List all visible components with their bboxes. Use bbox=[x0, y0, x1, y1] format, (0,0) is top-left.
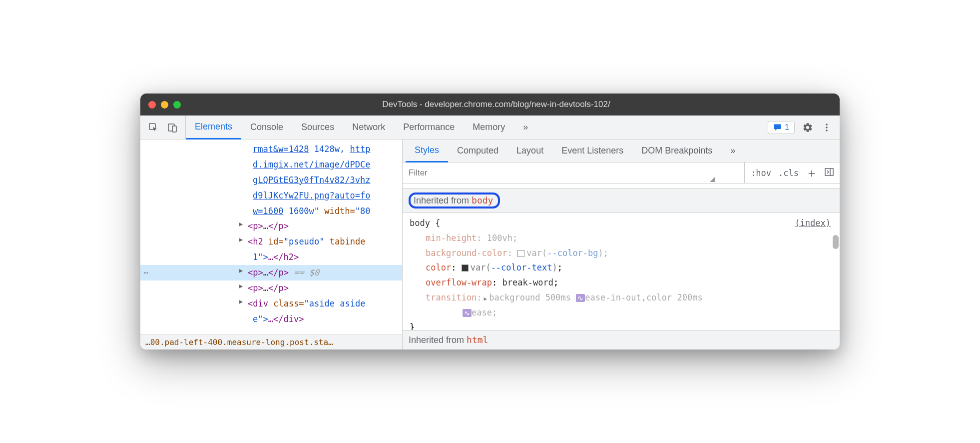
close-icon[interactable] bbox=[148, 101, 156, 108]
gutter-dots-icon[interactable]: ⋯ bbox=[143, 266, 149, 280]
expand-icon[interactable]: ▶ bbox=[239, 266, 243, 276]
issues-badge[interactable]: 1 bbox=[768, 121, 795, 134]
css-property[interactable]: transition:▶background 500ms ∿ease-in-ou… bbox=[403, 290, 840, 306]
styles-rules[interactable]: (index) body { min-height: 100vh; backgr… bbox=[403, 213, 840, 330]
styles-sub-tabs: Styles Computed Layout Event Listeners D… bbox=[403, 140, 840, 162]
tab-network[interactable]: Network bbox=[343, 116, 394, 139]
css-property[interactable]: background-color: var(--color-bg); bbox=[403, 246, 840, 261]
bezier-icon[interactable]: ∿ bbox=[576, 294, 585, 302]
dom-node-div[interactable]: ▶<div class="aside aside bbox=[140, 296, 402, 312]
scrollbar-thumb[interactable] bbox=[833, 235, 839, 249]
dom-node-h2[interactable]: 1">…</h2> bbox=[140, 250, 402, 265]
tab-sources[interactable]: Sources bbox=[292, 116, 343, 139]
computed-sidebar-toggle-icon[interactable] bbox=[825, 168, 834, 178]
panel-tabs: Elements Console Sources Network Perform… bbox=[186, 116, 761, 139]
device-toggle-icon[interactable] bbox=[166, 122, 178, 134]
color-swatch-icon[interactable] bbox=[517, 250, 524, 257]
expand-icon[interactable]: ▶ bbox=[239, 219, 243, 229]
new-rule-icon[interactable]: ＋ bbox=[806, 165, 818, 181]
hov-toggle[interactable]: :hov bbox=[751, 168, 771, 178]
dom-text[interactable]: d9lJKcYw2FU.png?auto=fo bbox=[140, 188, 402, 204]
resize-handle-icon[interactable] bbox=[710, 177, 715, 182]
message-icon bbox=[773, 123, 782, 132]
sub-tab-styles[interactable]: Styles bbox=[406, 140, 448, 162]
sub-tab-event-listeners[interactable]: Event Listeners bbox=[552, 140, 632, 162]
tab-performance[interactable]: Performance bbox=[394, 116, 464, 139]
tab-memory[interactable]: Memory bbox=[464, 116, 514, 139]
annotation-highlight: Inherited from body bbox=[409, 192, 500, 208]
more-tabs-icon[interactable]: » bbox=[514, 116, 537, 139]
filter-bar: :hov .cls ＋ bbox=[403, 162, 840, 184]
settings-icon[interactable] bbox=[802, 122, 814, 134]
dom-panel: rmat&w=1428 1428w, http d.imgix.net/imag… bbox=[140, 140, 403, 350]
svg-rect-2 bbox=[172, 126, 176, 132]
svg-rect-6 bbox=[825, 168, 833, 176]
tab-elements[interactable]: Elements bbox=[186, 116, 241, 140]
dom-node-p[interactable]: ▶<p>…</p> bbox=[140, 280, 402, 296]
css-property[interactable]: min-height: 100vh; bbox=[403, 231, 840, 246]
main-toolbar: Elements Console Sources Network Perform… bbox=[140, 116, 840, 140]
expand-icon[interactable]: ▶ bbox=[239, 281, 243, 291]
inspect-icon[interactable] bbox=[147, 122, 159, 134]
css-property[interactable]: color: var(--color-text); bbox=[403, 260, 840, 276]
dom-node-h2[interactable]: ▶<h2 id="pseudo" tabinde bbox=[140, 234, 402, 250]
inherited-separator[interactable]: Inherited from html bbox=[403, 330, 840, 350]
dom-node-selected[interactable]: ⋯▶<p>…</p> == $0 bbox=[140, 265, 402, 280]
titlebar: DevTools - developer.chrome.com/blog/new… bbox=[140, 94, 840, 116]
window-title: DevTools - developer.chrome.com/blog/new… bbox=[161, 100, 832, 110]
expand-icon[interactable]: ▶ bbox=[484, 296, 488, 302]
rule-selector[interactable]: body { bbox=[410, 218, 440, 228]
more-sub-tabs-icon[interactable]: » bbox=[721, 140, 744, 162]
svg-point-5 bbox=[826, 130, 828, 132]
inherited-separator[interactable]: Inherited from body bbox=[403, 188, 840, 213]
expand-icon[interactable]: ▶ bbox=[239, 296, 243, 306]
svg-point-4 bbox=[826, 126, 828, 128]
dom-text[interactable]: d.imgix.net/image/dPDCe bbox=[140, 157, 402, 172]
tab-console[interactable]: Console bbox=[241, 116, 292, 139]
dom-text[interactable]: gLQPGtEG3y0fTn4v82/3vhz bbox=[140, 172, 402, 188]
cls-toggle[interactable]: .cls bbox=[778, 168, 799, 178]
filter-input[interactable] bbox=[403, 162, 745, 183]
color-swatch-icon[interactable] bbox=[462, 264, 469, 272]
rule-source-link[interactable]: (index) bbox=[795, 216, 831, 231]
sub-tab-layout[interactable]: Layout bbox=[507, 140, 552, 162]
css-property[interactable]: overflow-wrap: break-word; bbox=[403, 276, 840, 290]
content-area: rmat&w=1428 1428w, http d.imgix.net/imag… bbox=[140, 140, 840, 350]
svg-point-3 bbox=[826, 124, 828, 126]
rule-close: } bbox=[403, 320, 840, 330]
expand-icon[interactable]: ▶ bbox=[239, 234, 243, 244]
dom-text[interactable]: rmat&w=1428 1428w, http bbox=[140, 142, 402, 157]
dom-text[interactable]: w=1600 1600w" width="80 bbox=[140, 204, 402, 219]
sub-tab-dom-breakpoints[interactable]: DOM Breakpoints bbox=[632, 140, 721, 162]
dom-node-p[interactable]: ▶<p>…</p> bbox=[140, 218, 402, 234]
dom-node-div[interactable]: e">…</div> bbox=[140, 312, 402, 327]
styles-panel: Styles Computed Layout Event Listeners D… bbox=[403, 140, 840, 350]
css-property-cont[interactable]: ∿ease; bbox=[403, 306, 840, 320]
bezier-icon[interactable]: ∿ bbox=[463, 309, 472, 317]
breadcrumb[interactable]: … 00.pad-left-400.measure-long.post.sta … bbox=[140, 334, 402, 350]
sub-tab-computed[interactable]: Computed bbox=[448, 140, 507, 162]
devtools-window: DevTools - developer.chrome.com/blog/new… bbox=[140, 94, 840, 350]
dom-tree[interactable]: rmat&w=1428 1428w, http d.imgix.net/imag… bbox=[140, 140, 402, 334]
kebab-menu-icon[interactable] bbox=[821, 122, 833, 134]
